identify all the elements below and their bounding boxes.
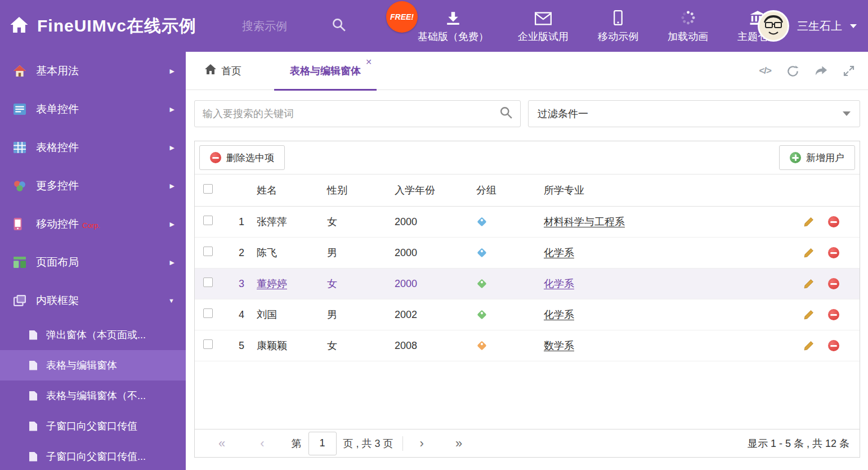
- header-search[interactable]: [242, 12, 360, 39]
- header-search-input[interactable]: [242, 20, 332, 33]
- nav-mobile-demo[interactable]: 移动示例: [583, 0, 653, 52]
- user-menu[interactable]: 三生石上: [758, 0, 857, 52]
- sidebar-item-form-controls[interactable]: 表单控件: [0, 90, 186, 128]
- cell-gender: 女: [320, 339, 388, 352]
- edit-pencil-icon[interactable]: [803, 309, 815, 320]
- table-header-row: 姓名 性别 入学年份 分组 所学专业: [195, 174, 860, 207]
- table-row: 2 陈飞 男 2000 化学系: [195, 238, 860, 268]
- grid-empty-area: [195, 361, 860, 429]
- expand-icon[interactable]: [843, 65, 854, 77]
- delete-row-icon[interactable]: [828, 340, 839, 351]
- tab-home[interactable]: 首页: [205, 64, 241, 78]
- page-label-prefix: 第: [292, 437, 302, 450]
- tab-grid-edit-window[interactable]: 表格与编辑窗体: [274, 52, 377, 90]
- home-icon: [10, 17, 28, 35]
- sidebar-item-inline-frame[interactable]: 内联框架: [0, 281, 186, 320]
- sidebar-item-label: 更多控件: [36, 178, 79, 193]
- keyword-search-box[interactable]: [194, 100, 521, 127]
- sidebar-subitem-label: 弹出窗体（本页面或...: [46, 328, 146, 342]
- nav-enterprise-trial[interactable]: 企业版试用: [503, 0, 583, 52]
- delete-row-icon[interactable]: [828, 247, 839, 258]
- app-header: FineUIMvc在线示例 FREE! 基础版（免费） 企业版试用: [0, 0, 868, 52]
- sidebar-item-grid-controls[interactable]: 表格控件: [0, 128, 186, 167]
- filter-dropdown[interactable]: 过滤条件一: [528, 100, 860, 127]
- delete-selected-button[interactable]: 删除选中项: [199, 145, 285, 170]
- avatar[interactable]: [758, 10, 789, 42]
- prev-page-button[interactable]: [260, 437, 264, 450]
- corp-badge: Corp.: [82, 221, 100, 230]
- cell-year: 2000: [388, 278, 469, 290]
- delete-row-icon[interactable]: [828, 278, 839, 289]
- nav-loading-animation[interactable]: 加载动画: [653, 0, 723, 52]
- add-user-button[interactable]: 新增用户: [779, 145, 855, 170]
- next-page-button[interactable]: [420, 437, 424, 450]
- cell-gender: 男: [320, 246, 388, 259]
- page-number-input[interactable]: [308, 432, 337, 455]
- search-icon[interactable]: [332, 18, 346, 34]
- source-code-icon[interactable]: </>: [759, 65, 771, 77]
- home-icon: [205, 64, 216, 77]
- search-icon[interactable]: [500, 106, 512, 121]
- file-icon: [29, 330, 37, 340]
- first-page-button[interactable]: [218, 437, 225, 450]
- major-link[interactable]: 化学系: [544, 247, 574, 258]
- edit-pencil-icon[interactable]: [803, 278, 815, 289]
- row-checkbox[interactable]: [203, 247, 213, 256]
- major-link[interactable]: 材料科学与工程系: [544, 216, 625, 227]
- filter-row: 过滤条件一: [194, 100, 860, 127]
- share-icon[interactable]: [815, 65, 827, 77]
- sidebar-subitem-child-to-parent-2[interactable]: 子窗口向父窗口传值...: [0, 441, 186, 470]
- tag-icon: [477, 217, 487, 226]
- close-icon[interactable]: [365, 57, 372, 66]
- nav-basic-free[interactable]: 基础版（免费）: [403, 0, 503, 52]
- edit-pencil-icon[interactable]: [803, 216, 815, 227]
- file-icon: [29, 422, 37, 431]
- keyword-search-input[interactable]: [203, 108, 500, 120]
- major-link[interactable]: 化学系: [544, 309, 574, 320]
- cell-name-link[interactable]: 董婷婷: [257, 278, 287, 289]
- sidebar-item-page-layout[interactable]: 页面布局: [0, 243, 186, 281]
- chevron-down-icon: [843, 111, 851, 116]
- row-checkbox[interactable]: [203, 277, 213, 287]
- sidebar-subitem-popup-window[interactable]: 弹出窗体（本页面或...: [0, 320, 186, 350]
- major-link[interactable]: 化学系: [544, 278, 574, 289]
- row-index: 1: [223, 216, 250, 228]
- refresh-icon[interactable]: [787, 65, 799, 77]
- row-index: 2: [223, 247, 250, 259]
- row-checkbox[interactable]: [203, 216, 213, 225]
- sidebar-subitem-label: 表格与编辑窗体（不...: [46, 389, 146, 402]
- major-link[interactable]: 数学系: [544, 340, 574, 351]
- file-icon: [29, 391, 37, 401]
- app-title: FineUIMvc在线示例: [37, 15, 196, 38]
- edit-pencil-icon[interactable]: [803, 247, 815, 258]
- sidebar-subitem-child-to-parent[interactable]: 子窗口向父窗口传值: [0, 411, 186, 441]
- button-label: 新增用户: [806, 151, 844, 164]
- sidebar-subitem-label: 表格与编辑窗体: [46, 359, 117, 372]
- delete-row-icon[interactable]: [828, 309, 839, 320]
- table-icon: [14, 142, 27, 153]
- sidebar-item-more-controls[interactable]: 更多控件: [0, 167, 186, 205]
- edit-pencil-icon[interactable]: [803, 340, 815, 351]
- cell-year: 2002: [388, 309, 469, 321]
- sidebar-item-label: 移动控件: [36, 217, 79, 231]
- sidebar-subitem-grid-edit-window-2[interactable]: 表格与编辑窗体（不...: [0, 381, 186, 411]
- delete-row-icon[interactable]: [828, 216, 839, 227]
- row-checkbox[interactable]: [203, 308, 213, 318]
- sidebar-item-mobile-controls[interactable]: 移动控件 Corp.: [0, 205, 186, 243]
- cell-year: 2000: [388, 216, 469, 228]
- chevron-right-icon: [170, 221, 175, 228]
- sidebar-subitem-grid-edit-window[interactable]: 表格与编辑窗体: [0, 350, 186, 381]
- sidebar-item-basic-usage[interactable]: 基本用法: [0, 52, 186, 90]
- col-major: 所学专业: [537, 183, 798, 197]
- select-all-checkbox[interactable]: [203, 184, 213, 194]
- phone-icon: [14, 218, 27, 230]
- brand[interactable]: FineUIMvc在线示例: [10, 0, 196, 52]
- row-checkbox[interactable]: [203, 339, 213, 349]
- last-page-button[interactable]: [455, 437, 462, 450]
- col-name: 姓名: [250, 183, 320, 197]
- cell-year: 2008: [388, 340, 469, 352]
- sidebar-item-label: 页面布局: [36, 255, 79, 270]
- chevron-right-icon: [170, 144, 175, 151]
- tab-bar: 首页 表格与编辑窗体 </>: [186, 52, 868, 90]
- tab-label: 首页: [221, 64, 241, 78]
